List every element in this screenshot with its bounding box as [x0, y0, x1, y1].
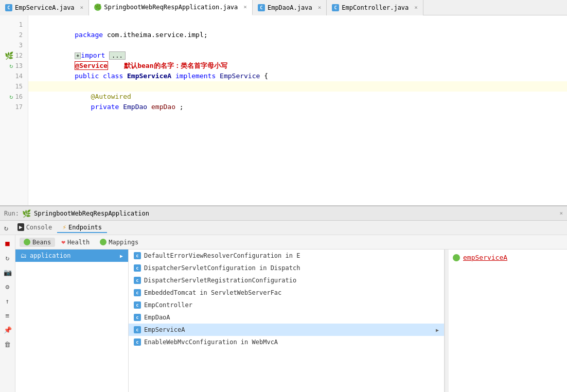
- run-label: Run:: [4, 210, 19, 217]
- comment-bean-name: 默认bean的名字：类名首字母小写: [124, 62, 227, 69]
- line-num-2: 2: [0, 30, 28, 40]
- reload-button[interactable]: ↻: [0, 222, 12, 234]
- bean-item-7[interactable]: c EnableWebMvcConfiguration in WebMvcA: [129, 336, 444, 348]
- fold-icon[interactable]: +: [75, 52, 81, 59]
- bean-item-0[interactable]: c DefaultErrorViewResolverConfiguration …: [129, 250, 444, 262]
- run-tab-endpoints-label: Endpoints: [68, 224, 102, 231]
- interface-empservice: EmpService: [220, 72, 260, 80]
- run-tab-console-label: Console: [26, 224, 52, 231]
- keyword-import: import: [81, 51, 105, 59]
- gutter-reload-icon: ↻: [9, 61, 13, 71]
- lines-icon[interactable]: ≡: [2, 309, 14, 322]
- tab-label-emp-service: EmpServiceA.java: [15, 4, 75, 11]
- type-empdao: EmpDao: [123, 103, 147, 111]
- tree-item-application[interactable]: 🗂 application ▶: [15, 250, 128, 262]
- tab-label-springboot-app: SpringbootWebReqRespApplication.java: [104, 4, 238, 11]
- run-tab-close[interactable]: ×: [559, 210, 563, 217]
- run-content-wrapper: ■ ↻ 📷 ⚙ ↑ ≡ 📌 🗑 Beans ❤ Health: [0, 235, 567, 392]
- beans-icon: [24, 239, 30, 245]
- pin-icon[interactable]: 📌: [2, 324, 14, 336]
- bean-item-1[interactable]: c DispatcherServletConfiguration in Disp…: [129, 262, 444, 274]
- tab-label-emp-dao: EmpDaoA.java: [268, 4, 312, 11]
- bean-item-5[interactable]: c EmpDaoA: [129, 311, 444, 324]
- code-line-3: +import ...: [28, 40, 567, 50]
- bean-c-icon-4: c: [134, 301, 141, 309]
- code-line-1: package com.itheima.service.impl;: [28, 20, 567, 30]
- line-numbers: 1 2 3 🌿 12 ↻ 13 14 15 ↻ 16 17: [0, 15, 28, 205]
- run-spring-icon: 🌿: [22, 209, 31, 218]
- bean-label-5: EmpDaoA: [144, 314, 170, 321]
- settings-icon[interactable]: ⚙: [2, 280, 14, 293]
- run-panel: Run: 🌿 SpringbootWebReqRespApplication ×…: [0, 206, 567, 392]
- bean-c-icon-1: c: [134, 264, 141, 272]
- up-arrow-icon[interactable]: ↑: [2, 295, 14, 307]
- scrollbar-bean-list[interactable]: [445, 250, 449, 392]
- run-toolbar: ↻ ▶ Console ⚡ Endpoints: [0, 221, 567, 235]
- tab-icon-spring: 🌿: [94, 4, 101, 11]
- code-line-15: @Autowired: [28, 81, 567, 92]
- bean-label-4: EmpController: [144, 301, 192, 309]
- mappings-icon: [100, 239, 107, 245]
- import-ellipsis[interactable]: ...: [109, 51, 126, 60]
- bean-c-icon-0: c: [134, 252, 141, 259]
- kw-class: class: [103, 72, 123, 80]
- folder-icon: 🗂: [21, 252, 27, 259]
- bean-c-icon-2: c: [134, 277, 141, 284]
- tab-close-emp-service[interactable]: ×: [80, 4, 84, 11]
- sub-tab-health-label: Health: [67, 239, 90, 246]
- tree-item-label-application: application: [30, 252, 70, 259]
- camera-icon[interactable]: 📷: [2, 266, 14, 278]
- bean-item-6[interactable]: c EmpServiceA ▶: [129, 324, 444, 336]
- tab-emp-service[interactable]: C EmpServiceA.java ×: [0, 0, 89, 15]
- run-header: Run: 🌿 SpringbootWebReqRespApplication ×: [0, 206, 567, 221]
- bean-item-3[interactable]: c EmbeddedTomcat in ServletWebServerFac: [129, 287, 444, 299]
- sub-tab-beans[interactable]: Beans: [20, 238, 55, 247]
- bean-c-icon-5: c: [134, 314, 141, 321]
- detail-service: empServiceA: [453, 254, 563, 261]
- run-tab-endpoints[interactable]: ⚡ Endpoints: [57, 222, 107, 233]
- sub-toolbar: Beans ❤ Health Mappings: [15, 235, 567, 250]
- stop-button[interactable]: ■: [2, 237, 14, 250]
- bean-arrow-6: ▶: [436, 327, 439, 333]
- keyword-package: package: [75, 31, 103, 39]
- bean-item-2[interactable]: c DispatcherServletRegistrationConfigura…: [129, 274, 444, 287]
- tab-emp-dao[interactable]: C EmpDaoA.java ×: [253, 0, 327, 15]
- line-num-3: 3: [0, 40, 28, 50]
- bean-item-4[interactable]: c EmpController: [129, 299, 444, 311]
- sub-tab-mappings-label: Mappings: [109, 239, 138, 246]
- refresh-icon[interactable]: ↻: [2, 252, 14, 264]
- kw-implements: implements: [175, 72, 216, 80]
- line-num-16: ↻ 16: [0, 92, 28, 102]
- line-num-12: 🌿 12: [0, 50, 28, 61]
- detail-bean-name: empServiceA: [463, 254, 507, 261]
- tab-close-emp-dao[interactable]: ×: [318, 4, 322, 11]
- console-icon: ▶: [17, 223, 24, 231]
- detail-bean-icon: [453, 254, 460, 261]
- tab-close-springboot-app[interactable]: ×: [243, 4, 247, 10]
- tab-close-emp-controller[interactable]: ×: [414, 4, 418, 11]
- sub-tab-health[interactable]: ❤ Health: [57, 237, 94, 247]
- health-icon: ❤: [61, 238, 65, 246]
- kw-private: private: [91, 103, 119, 111]
- bean-label-7: EnableWebMvcConfiguration in WebMvcA: [144, 338, 278, 346]
- line-num-14: 14: [0, 71, 28, 81]
- classname-empserviceA: EmpServiceA: [127, 72, 171, 80]
- bean-list-panel: c DefaultErrorViewResolverConfiguration …: [129, 250, 445, 392]
- trash-icon[interactable]: 🗑: [2, 338, 14, 350]
- bean-c-icon-3: c: [134, 289, 141, 296]
- run-main-content: Beans ❤ Health Mappings 🗂 application: [15, 235, 567, 392]
- code-content: package com.itheima.service.impl; +impor…: [28, 15, 567, 205]
- tab-springboot-app[interactable]: 🌿 SpringbootWebReqRespApplication.java ×: [89, 0, 253, 15]
- tab-emp-controller[interactable]: C EmpController.java ×: [327, 0, 423, 15]
- bean-label-3: EmbeddedTomcat in ServletWebServerFac: [144, 289, 281, 296]
- tree-panel: 🗂 application ▶: [15, 250, 129, 392]
- gutter-leaf-icon: 🌿: [5, 50, 13, 61]
- tab-label-emp-controller: EmpController.java: [342, 4, 409, 11]
- tree-arrow-icon: ▶: [120, 253, 123, 259]
- bean-label-2: DispatcherServletRegistrationConfigurati…: [144, 277, 296, 284]
- annotation-service: @Service: [75, 61, 108, 70]
- run-tab-console[interactable]: ▶ Console: [12, 222, 57, 233]
- tab-icon-c3: C: [332, 4, 339, 11]
- bean-label-1: DispatcherServletConfiguration in Dispat…: [144, 264, 300, 272]
- sub-tab-mappings[interactable]: Mappings: [96, 238, 143, 247]
